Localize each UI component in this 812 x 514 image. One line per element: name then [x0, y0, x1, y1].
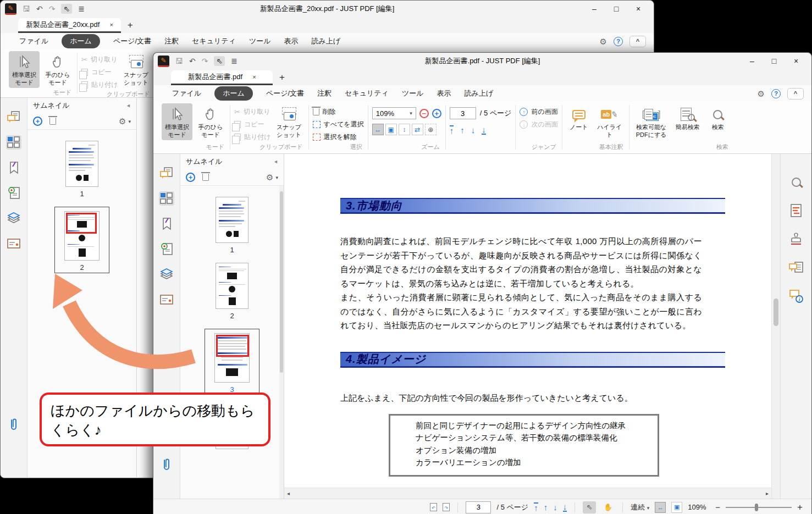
fit-visible-button[interactable]: ⇄ — [412, 124, 423, 135]
document-page[interactable]: 3.市場動向 消費動向調査によれば、前回モデルチェンジ時に比べて年収 1,000… — [284, 154, 771, 499]
thumbnail-page-1[interactable]: 1 — [65, 141, 98, 198]
snapshot-button[interactable]: スナップショット — [274, 103, 305, 140]
zoom-out-button[interactable]: − — [419, 109, 429, 118]
fit-width-button[interactable]: ↔ — [372, 124, 384, 135]
hand-mode-button[interactable]: 手のひらモード — [195, 103, 226, 140]
fields-panel-icon[interactable] — [159, 292, 174, 307]
copy-button[interactable]: コピー — [81, 68, 118, 77]
menu-file[interactable]: ファイル — [19, 36, 48, 46]
next-page-button[interactable]: ↓ — [471, 126, 476, 134]
scroll-left-arrow[interactable]: ◂ — [287, 490, 290, 496]
zoom-slider-thumb[interactable] — [755, 504, 758, 511]
delete-button[interactable]: 削除 — [313, 107, 364, 117]
new-tab-button[interactable]: + — [121, 20, 140, 33]
tab-close-icon[interactable]: × — [252, 74, 256, 80]
thumbnail-page-2[interactable]: 2 — [216, 263, 248, 320]
collapse-ribbon-button[interactable]: ^ — [629, 36, 646, 47]
annotations-panel-icon[interactable] — [159, 166, 174, 180]
cut-button[interactable]: ✂切り取り — [81, 55, 118, 64]
help-icon[interactable]: ? — [771, 89, 781, 98]
last-page-button[interactable]: ↓ — [482, 125, 486, 135]
paste-button[interactable]: 貼り付け — [234, 132, 271, 142]
minimize-button[interactable]: – — [583, 2, 605, 16]
thumbnail-page-3-selected[interactable]: 3 — [205, 329, 259, 395]
bookmarks-panel-icon[interactable] — [6, 161, 21, 175]
menu-view[interactable]: 表示 — [284, 36, 299, 46]
next-view-button[interactable]: ↓次の画面 — [520, 120, 557, 129]
highlight-button[interactable]: ab✎ ハイライト — [594, 103, 625, 140]
layers-panel-icon[interactable] — [159, 267, 174, 281]
collapse-ribbon-button[interactable]: ^ — [787, 88, 804, 100]
menu-file[interactable]: ファイル — [172, 89, 201, 98]
fit-page-button[interactable]: ▣ — [385, 124, 397, 135]
attachments-paperclip-icon[interactable] — [162, 457, 172, 474]
thumbnails-panel-icon[interactable] — [159, 191, 174, 206]
panel-options-caret[interactable]: ▾ — [275, 175, 278, 180]
zoom-area-button[interactable]: ⊕ — [425, 124, 437, 135]
standard-select-mode-button[interactable]: 標準選択モード — [9, 51, 40, 88]
tab-close-icon[interactable]: × — [109, 21, 113, 28]
next-page-button[interactable]: ↓ — [553, 503, 557, 511]
close-button[interactable]: × — [627, 2, 649, 16]
menu-security[interactable]: セキュリティ — [192, 36, 236, 46]
deselect-button[interactable]: 選択を解除 — [313, 132, 364, 142]
menu-home[interactable]: ホーム — [62, 34, 100, 48]
fit-height-button[interactable]: ↕ — [399, 124, 410, 135]
menu-page-document[interactable]: ページ/文書 — [113, 36, 151, 46]
thumbnails-panel-icon[interactable] — [6, 135, 21, 150]
delete-page-button[interactable] — [202, 174, 209, 181]
redaction-panel-icon[interactable] — [788, 203, 804, 218]
zoom-in-button[interactable]: + — [797, 502, 803, 513]
panel-collapse-icon[interactable]: ◄ — [126, 103, 131, 108]
close-button[interactable]: × — [785, 54, 807, 68]
last-page-button[interactable]: ↓ — [563, 502, 567, 512]
customize-toolbar-button[interactable]: ≣ — [78, 5, 85, 13]
select-mode-button[interactable]: ⇖ — [583, 501, 596, 513]
first-page-button[interactable]: ↑ — [450, 125, 454, 135]
panel-options-gear-icon[interactable]: ⚙ — [119, 117, 126, 125]
delete-page-button[interactable] — [49, 118, 56, 125]
minimize-button[interactable]: – — [741, 54, 763, 68]
maximize-button[interactable]: □ — [763, 54, 785, 68]
stamp-panel-icon[interactable] — [788, 232, 804, 246]
panel-scrollbar[interactable] — [279, 186, 284, 499]
menu-security[interactable]: セキュリティ — [345, 89, 389, 98]
previous-page-button[interactable]: ↑ — [460, 126, 465, 134]
make-searchable-pdf-button[interactable]: [abc] 検索可能なPDFにする — [633, 103, 670, 140]
next-view-button[interactable]: ↷ — [443, 503, 450, 511]
cut-button[interactable]: ✂切り取り — [234, 107, 271, 117]
page-number-input[interactable] — [450, 107, 476, 119]
insert-page-button[interactable]: + — [33, 117, 42, 126]
fit-page-button[interactable]: ▣ — [671, 502, 682, 513]
customize-toolbar-button[interactable]: ≣ — [231, 57, 237, 65]
menu-page-document[interactable]: ページ/文書 — [266, 89, 304, 98]
horizontal-scrollbar[interactable]: ◂ ▸ — [284, 488, 771, 499]
redo-button[interactable]: ↷ — [202, 57, 208, 65]
menu-home[interactable]: ホーム — [214, 86, 253, 101]
copy-button[interactable]: コピー — [234, 120, 271, 129]
document-tab[interactable]: 新製品企画書_20xx.pdf × — [18, 18, 121, 33]
thumbnail-page-1[interactable]: 1 — [216, 197, 248, 254]
comment-info-panel-icon[interactable]: i — [788, 289, 804, 303]
destinations-panel-icon[interactable] — [6, 186, 21, 200]
panel-collapse-icon[interactable]: ◄ — [273, 159, 278, 164]
maximize-button[interactable]: □ — [605, 2, 627, 16]
annotations-panel-icon[interactable] — [6, 110, 21, 124]
redo-button[interactable]: ↷ — [49, 5, 56, 13]
attachments-paperclip-icon[interactable] — [9, 417, 19, 434]
page-layout-select[interactable]: 連続 ▾ — [631, 502, 649, 512]
undo-button[interactable]: ↶ — [36, 5, 43, 13]
undo-button[interactable]: ↶ — [189, 57, 196, 65]
panel-options-caret[interactable]: ▾ — [128, 119, 131, 124]
paste-button[interactable]: 貼り付け — [81, 80, 118, 90]
bookmarks-panel-icon[interactable] — [159, 217, 174, 231]
layers-panel-icon[interactable] — [6, 211, 21, 225]
menu-tools[interactable]: ツール — [402, 89, 424, 98]
panel-options-gear-icon[interactable]: ⚙ — [266, 173, 273, 181]
destinations-panel-icon[interactable] — [159, 242, 174, 256]
select-tool-button[interactable]: ⇖ — [214, 56, 225, 66]
document-tab[interactable]: 新製品企画書.pdf × — [171, 70, 273, 85]
previous-view-button[interactable]: ↑前の画面 — [520, 107, 557, 117]
note-button[interactable]: ノート — [566, 103, 592, 132]
previous-page-button[interactable]: ↑ — [544, 503, 548, 511]
